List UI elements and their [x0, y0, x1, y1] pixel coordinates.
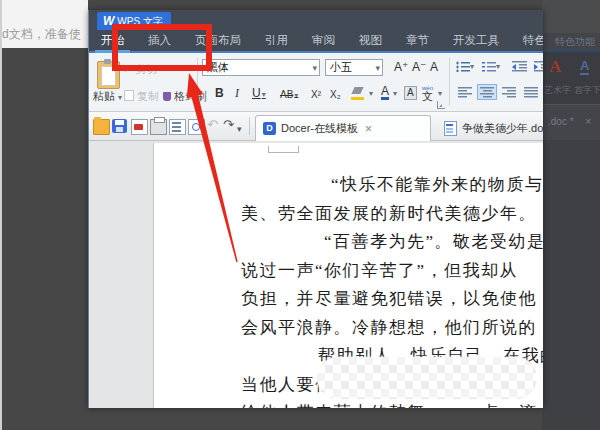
font-size-select[interactable]: 小五▾: [325, 59, 383, 76]
increase-indent-icon: [534, 61, 544, 72]
doc-text-line: 说过一声“你们辛苦了”，但我却从: [241, 260, 518, 282]
preview-icon[interactable]: [188, 119, 205, 135]
superscript-button[interactable]: X²: [311, 87, 321, 103]
print-preview-icon[interactable]: [169, 119, 186, 135]
export-pdf-icon[interactable]: [131, 119, 148, 135]
align-left-icon: [458, 87, 472, 98]
pinyin-guide-button[interactable]: wén文: [422, 84, 433, 100]
decrease-indent-button[interactable]: [509, 58, 529, 74]
paste-button[interactable]: 粘贴 ▾: [93, 89, 122, 104]
justify-icon: [524, 87, 538, 98]
highlight-caret-icon[interactable]: ▾: [369, 86, 373, 102]
ghost-dropcap-label: 首字下: [574, 84, 600, 97]
shrink-font-button[interactable]: A⁻: [412, 59, 426, 75]
dimmed-background-screenshot: 特色功能 A A 艺术字 首字下 .doc * ×: [542, 0, 600, 430]
doc-tab-docer[interactable]: D Docer-在线模板 ×: [255, 115, 431, 141]
save-icon[interactable]: [112, 119, 127, 133]
underline-button[interactable]: U▾: [252, 85, 266, 103]
ghost-tab-row: 特色功能: [542, 33, 600, 50]
numbering-button[interactable]: ▾: [481, 58, 501, 74]
underline-caret-icon: ▾: [262, 90, 266, 99]
align-right-icon: [502, 87, 516, 98]
ghost-close-icon: ×: [585, 115, 591, 127]
tab-view[interactable]: 视图: [359, 30, 382, 51]
close-tab-icon[interactable]: ×: [365, 122, 372, 136]
increase-indent-button[interactable]: [531, 58, 543, 74]
pinyin-caret-icon[interactable]: ▾: [438, 86, 442, 102]
ghost-wordart-icon: A: [549, 57, 561, 77]
format-painter-button[interactable]: 格式刷: [163, 89, 207, 104]
bold-button[interactable]: B: [215, 85, 224, 101]
screenshot-canvas: rd文档，准备使 特色功能 A A 艺术字 首字下 .doc * × WWPS …: [0, 0, 600, 430]
document-area[interactable]: “快乐不能靠外来的物质与虚荣 美、劳全面发展的新时代美德少年。 “百善孝为先”。…: [89, 141, 543, 408]
redo-icon[interactable]: ↷: [223, 117, 234, 133]
background-page-fragment: rd文档，准备使: [2, 0, 88, 48]
censor-mosaic-patch: [317, 357, 537, 399]
group-divider: [449, 58, 450, 106]
font-color-caret-icon[interactable]: ▾: [393, 86, 397, 102]
quick-access-toolbar: ↶ ↷ ▾ D Docer-在线模板 × 争做美德少年.doc *: [89, 112, 543, 141]
ghost-ribbon: A A 艺术字 首字下: [542, 52, 600, 104]
doc-tab-label: Docer-在线模板: [281, 121, 358, 136]
bullets-button[interactable]: ▾: [455, 58, 475, 74]
font-color-button[interactable]: A: [381, 85, 389, 100]
copy-icon: [124, 90, 134, 101]
doc-text-line: 会风平浪静。冷静想想，他们所说的: [241, 317, 537, 339]
ghost-tab-features: 特色功能: [555, 35, 595, 49]
tab-review[interactable]: 审阅: [312, 30, 335, 51]
tab-section[interactable]: 章节: [406, 30, 429, 51]
ghost-dropcap-icon: A: [580, 59, 589, 75]
toolbar-divider: [249, 117, 250, 135]
page-margin-marker: [268, 146, 299, 153]
strike-caret-icon: ▾: [294, 91, 298, 100]
background-text-snippet: rd文档，准备使: [2, 26, 88, 43]
subscript-button[interactable]: X₂: [330, 87, 341, 103]
ghost-doc-tab-row: .doc * ×: [542, 104, 600, 141]
redo-caret-icon[interactable]: ▾: [237, 121, 242, 137]
bullets-icon: [456, 61, 470, 72]
align-left-button[interactable]: [455, 84, 475, 100]
doc-text-line: “百善孝为先”。敬老受幼是中: [324, 231, 543, 253]
ghost-doc-tab-label: .doc *: [548, 116, 574, 127]
doc-text-line: 给他人带来莫大的鼓舞……一点一滴: [241, 402, 537, 408]
align-right-button[interactable]: [499, 84, 519, 100]
strikethrough-button[interactable]: AB▾: [280, 87, 298, 104]
page-left-scroll-strip: [0, 0, 2, 430]
ghost-titlebar: [542, 0, 600, 33]
font-name-select[interactable]: 黑体▾: [202, 59, 320, 76]
annotation-rectangle: [112, 24, 212, 71]
grow-font-button[interactable]: A⁺: [394, 59, 408, 75]
word-doc-icon: [444, 121, 457, 136]
open-file-icon[interactable]: [93, 119, 110, 135]
doc-tab-label: 争做美德少年.doc *: [462, 121, 543, 136]
numbering-caret-icon: ▾: [496, 62, 500, 71]
char-shading-button[interactable]: A: [404, 86, 417, 100]
doc-tab-document[interactable]: 争做美德少年.doc *: [437, 115, 543, 141]
tab-features[interactable]: 特色功能: [523, 30, 543, 51]
copy-button[interactable]: 复制: [124, 89, 159, 104]
font-dialog-launcher-icon[interactable]: [437, 101, 445, 109]
paste-caret-icon: ▾: [118, 93, 122, 102]
bullets-caret-icon: ▾: [470, 62, 474, 71]
font-size-caret-icon: ▾: [375, 61, 380, 76]
print-icon[interactable]: [150, 119, 167, 135]
docer-icon: D: [263, 122, 276, 135]
decrease-indent-icon: [512, 61, 527, 72]
ghost-wordart-label: 艺术字: [544, 84, 571, 97]
italic-button[interactable]: I: [235, 85, 239, 101]
doc-text-line: “快乐不能靠外来的物质与虚荣: [331, 174, 543, 196]
font-name-caret-icon: ▾: [312, 61, 317, 76]
undo-icon[interactable]: ↶: [207, 117, 218, 133]
align-center-button[interactable]: [477, 84, 497, 100]
document-page[interactable]: “快乐不能靠外来的物质与虚荣 美、劳全面发展的新时代美德少年。 “百善孝为先”。…: [154, 143, 543, 408]
ghost-lower-area: [542, 140, 600, 430]
doc-text-line: 负担，并尽量避免犯错误，以免使他: [241, 288, 537, 310]
align-center-icon: [480, 87, 494, 98]
doc-text-line: 美、劳全面发展的新时代美德少年。: [241, 203, 537, 225]
tab-developer[interactable]: 开发工具: [453, 30, 499, 51]
format-painter-icon: [163, 92, 171, 101]
numbering-icon: [482, 61, 496, 72]
highlight-pen-icon[interactable]: [351, 87, 364, 97]
tab-references[interactable]: 引用: [265, 30, 288, 51]
justify-button[interactable]: [521, 84, 541, 100]
